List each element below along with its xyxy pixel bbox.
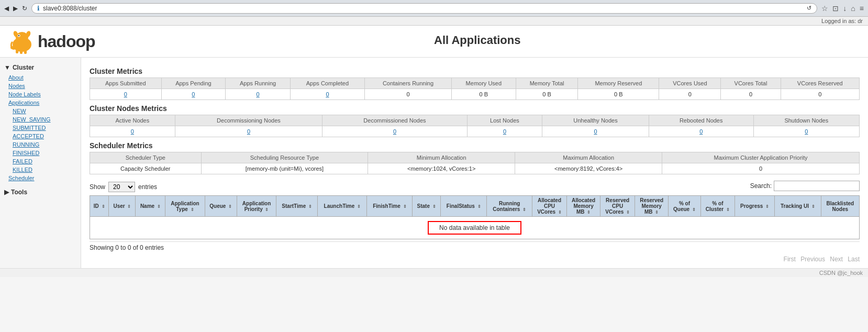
reload-icon[interactable]: ↺ xyxy=(807,5,811,12)
th-id[interactable]: ID ⇕ xyxy=(90,196,109,217)
th-user[interactable]: User ⇕ xyxy=(109,196,136,217)
no-data-row: No data available in table xyxy=(90,217,860,239)
th-application-priority[interactable]: ApplicationPriority ⇕ xyxy=(237,196,276,217)
col-unhealthy-nodes: Unhealthy Nodes xyxy=(542,115,649,126)
val-rebooted-nodes[interactable]: 0 xyxy=(649,126,753,137)
sort-queue-icon: ⇕ xyxy=(228,204,232,209)
search-input[interactable] xyxy=(774,181,860,191)
sidebar-item-submitted[interactable]: SUBMITTED xyxy=(0,124,81,132)
val-apps-submitted[interactable]: 0 xyxy=(90,89,162,100)
sidebar-item-node-labels[interactable]: Node Labels xyxy=(0,90,81,98)
th-name[interactable]: Name ⇕ xyxy=(136,196,165,217)
val-vcores-used: 0 xyxy=(659,89,721,100)
search-bar: Search: xyxy=(750,181,860,191)
cluster-section[interactable]: ▼ Cluster xyxy=(0,62,81,73)
val-decommissioned-nodes[interactable]: 0 xyxy=(322,126,467,137)
browser-icons: ☆ ⊡ ↓ ⌂ ≡ xyxy=(821,4,864,13)
val-max-cluster-priority: 0 xyxy=(662,163,860,174)
sidebar-item-about[interactable]: About xyxy=(0,73,81,82)
col-apps-submitted: Apps Submitted xyxy=(90,78,162,89)
pagination: First Previous Next Last xyxy=(90,256,860,263)
svg-rect-7 xyxy=(20,50,23,54)
th-allocated-memory[interactable]: AllocatedMemoryMB ⇕ xyxy=(567,196,600,217)
menu-icon[interactable]: ≡ xyxy=(860,4,864,13)
th-reserved-cpu[interactable]: ReservedCPUVCores ⇕ xyxy=(600,196,635,217)
top-bar: Logged in as: dr xyxy=(0,17,868,26)
table-controls: Show 20 50 100 entries Search: xyxy=(90,178,860,194)
th-tracking-ui[interactable]: Tracking UI ⇕ xyxy=(775,196,821,217)
svg-point-3 xyxy=(18,35,19,36)
sort-pctcluster-icon: ⇕ xyxy=(726,207,730,212)
th-start-time[interactable]: StartTime ⇕ xyxy=(276,196,318,217)
download-icon[interactable]: ↓ xyxy=(843,4,847,13)
col-rebooted-nodes: Rebooted Nodes xyxy=(649,115,753,126)
th-running-containers[interactable]: RunningContainers ⇕ xyxy=(487,196,532,217)
th-launch-time[interactable]: LaunchTime ⇕ xyxy=(318,196,367,217)
tools-section[interactable]: ▶ Tools xyxy=(0,186,81,198)
svg-rect-6 xyxy=(16,50,18,53)
home-icon[interactable]: ⌂ xyxy=(851,4,855,13)
sidebar-item-killed[interactable]: KILLED xyxy=(0,165,81,174)
sort-starttime-icon: ⇕ xyxy=(308,204,312,209)
pagination-last[interactable]: Last xyxy=(848,256,860,263)
pagination-previous[interactable]: Previous xyxy=(800,256,825,263)
back-icon[interactable]: ◀ xyxy=(4,5,9,12)
cluster-nodes-title: Cluster Nodes Metrics xyxy=(90,104,860,113)
forward-icon[interactable]: ▶ xyxy=(13,5,18,12)
val-apps-running[interactable]: 0 xyxy=(226,89,291,100)
sidebar-item-scheduler[interactable]: Scheduler xyxy=(0,174,81,182)
th-allocated-cpu[interactable]: AllocatedCPUVCores ⇕ xyxy=(532,196,566,217)
th-pct-queue[interactable]: % ofQueue ⇕ xyxy=(669,196,701,217)
val-unhealthy-nodes[interactable]: 0 xyxy=(542,126,649,137)
sidebar-item-new[interactable]: NEW xyxy=(0,107,81,115)
th-queue[interactable]: Queue ⇕ xyxy=(205,196,237,217)
val-decommissioning-nodes[interactable]: 0 xyxy=(175,126,322,137)
refresh-icon[interactable]: ↻ xyxy=(22,5,27,12)
val-vcores-total: 0 xyxy=(721,89,781,100)
star-icon[interactable]: ☆ xyxy=(821,4,828,13)
sidebar-item-nodes[interactable]: Nodes xyxy=(0,82,81,90)
search-label: Search: xyxy=(750,182,772,190)
sidebar-item-new-saving[interactable]: NEW_SAVING xyxy=(0,115,81,124)
showing-text: Showing 0 to 0 of 0 entries xyxy=(90,241,860,253)
content-area: ▼ Cluster About Nodes Node Labels Applic… xyxy=(0,58,868,268)
sidebar-item-finished[interactable]: FINISHED xyxy=(0,149,81,157)
sidebar-item-failed[interactable]: FAILED xyxy=(0,157,81,165)
th-application-type[interactable]: ApplicationType ⇕ xyxy=(165,196,205,217)
th-blacklisted-nodes[interactable]: BlacklistedNodes xyxy=(821,196,859,217)
val-scheduler-type: Capacity Scheduler xyxy=(90,163,202,174)
url-bar[interactable]: ℹ slave0:8088/cluster ↺ xyxy=(31,3,817,14)
val-apps-pending[interactable]: 0 xyxy=(161,89,226,100)
th-state[interactable]: State ⇕ xyxy=(413,196,441,217)
entries-select[interactable]: 20 50 100 xyxy=(108,182,135,192)
val-active-nodes[interactable]: 0 xyxy=(90,126,175,137)
logged-in-text: Logged in as: dr xyxy=(821,18,863,24)
sort-apptype-icon: ⇕ xyxy=(191,207,194,212)
sidebar-item-running[interactable]: RUNNING xyxy=(0,140,81,149)
pagination-next[interactable]: Next xyxy=(830,256,843,263)
applications-table: ID ⇕ User ⇕ Name ⇕ ApplicationType ⇕ Que… xyxy=(90,195,860,239)
th-final-status[interactable]: FinalStatus ⇕ xyxy=(440,196,486,217)
val-maximum-allocation: <memory:8192, vCores:4> xyxy=(515,163,662,174)
svg-point-9 xyxy=(10,46,15,49)
val-lost-nodes[interactable]: 0 xyxy=(467,126,542,137)
col-containers-running: Containers Running xyxy=(364,78,451,89)
val-apps-completed[interactable]: 0 xyxy=(290,89,364,100)
bookmark-icon[interactable]: ⊡ xyxy=(832,4,839,13)
th-pct-cluster[interactable]: % ofCluster ⇕ xyxy=(700,196,735,217)
val-memory-used: 0 B xyxy=(452,89,516,100)
col-vcores-total: VCores Total xyxy=(721,78,781,89)
th-reserved-memory[interactable]: ReservedMemoryMB ⇕ xyxy=(635,196,669,217)
pagination-first[interactable]: First xyxy=(784,256,796,263)
th-progress[interactable]: Progress ⇕ xyxy=(735,196,775,217)
val-shutdown-nodes[interactable]: 0 xyxy=(753,126,859,137)
sidebar-item-accepted[interactable]: ACCEPTED xyxy=(0,132,81,140)
col-max-cluster-priority: Maximum Cluster Application Priority xyxy=(662,152,860,163)
scheduler-metrics-table: Scheduler Type Scheduling Resource Type … xyxy=(90,152,860,174)
col-minimum-allocation: Minimum Allocation xyxy=(368,152,515,163)
hadoop-elephant-icon xyxy=(8,29,36,54)
browser-bar: ◀ ▶ ↻ ℹ slave0:8088/cluster ↺ ☆ ⊡ ↓ ⌂ ≡ xyxy=(0,0,868,17)
val-minimum-allocation: <memory:1024, vCores:1> xyxy=(368,163,515,174)
th-finish-time[interactable]: FinishTime ⇕ xyxy=(367,196,413,217)
sidebar-item-applications[interactable]: Applications xyxy=(0,98,81,107)
